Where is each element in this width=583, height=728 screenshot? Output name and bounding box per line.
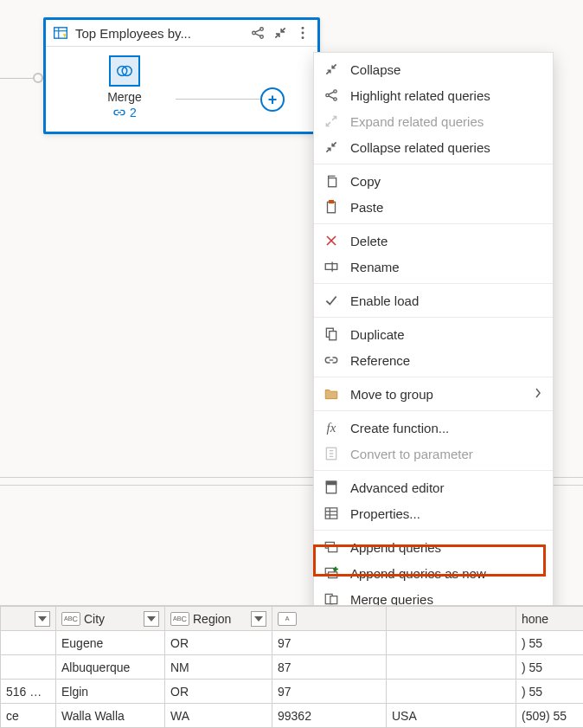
cell[interactable]: (509) 55 — [516, 704, 584, 728]
append-icon — [323, 538, 340, 556]
duplicate-icon — [323, 325, 340, 343]
merge-step[interactable]: Merge 2 — [94, 55, 155, 119]
share-icon[interactable] — [250, 25, 266, 41]
svg-rect-34 — [325, 508, 337, 519]
cell[interactable]: NM — [165, 655, 272, 680]
col-header-phone[interactable]: hone — [516, 607, 584, 631]
cell[interactable] — [387, 680, 516, 704]
filter-button[interactable] — [35, 611, 50, 627]
svg-point-10 — [302, 32, 304, 35]
append-new-icon — [323, 564, 340, 582]
svg-marker-50 — [38, 616, 47, 622]
svg-rect-33 — [326, 481, 336, 484]
menu-reference[interactable]: Reference — [314, 347, 553, 373]
table-row[interactable]: ce Walla Walla WA 99362 USA (509) 55 — [1, 704, 584, 728]
svg-rect-19 — [329, 178, 336, 187]
cell[interactable]: ) 55 — [516, 655, 584, 680]
link-icon — [323, 351, 340, 369]
svg-rect-41 — [329, 572, 337, 578]
cell[interactable] — [1, 631, 56, 655]
cell[interactable]: 99362 — [272, 704, 387, 728]
cell[interactable]: Albuquerque — [56, 655, 165, 680]
more-options-icon[interactable] — [295, 25, 311, 41]
link-count: 2 — [130, 106, 137, 119]
parameter-icon — [323, 445, 340, 462]
table-header-row: ABC City ABC Region — [1, 607, 584, 631]
menu-rename[interactable]: Rename — [314, 254, 553, 280]
editor-icon — [323, 479, 340, 496]
table-row[interactable]: Eugene OR 97 ) 55 — [1, 631, 584, 655]
svg-rect-24 — [325, 264, 337, 270]
cell[interactable]: Elgin — [56, 680, 165, 704]
check-icon — [323, 292, 340, 309]
cell[interactable]: Eugene — [56, 631, 165, 655]
collapse-arrows-icon — [323, 61, 340, 78]
cell[interactable] — [387, 655, 516, 680]
cell[interactable]: 516 M… — [1, 680, 56, 704]
cell[interactable]: Walla Walla — [56, 704, 165, 728]
menu-collapse-related[interactable]: Collapse related queries — [314, 134, 553, 160]
table-row[interactable]: Albuquerque NM 87 ) 55 — [1, 655, 584, 680]
cell[interactable]: 97 — [272, 631, 387, 655]
svg-point-16 — [334, 98, 336, 100]
filter-button[interactable] — [144, 611, 159, 627]
cell[interactable] — [387, 631, 516, 655]
copy-icon — [323, 172, 340, 190]
cell[interactable]: OR — [165, 680, 272, 704]
menu-paste[interactable]: Paste — [314, 194, 553, 220]
menu-advanced-editor[interactable]: Advanced editor — [314, 474, 553, 500]
menu-properties[interactable]: Properties... — [314, 500, 553, 526]
svg-rect-20 — [328, 202, 336, 212]
query-node-body: Merge 2 + — [46, 47, 317, 132]
cell[interactable]: WA — [165, 704, 272, 728]
col-header[interactable] — [1, 607, 56, 631]
data-preview-grid[interactable]: ABC City ABC Region — [0, 605, 583, 728]
cell[interactable] — [1, 655, 56, 680]
col-header-region[interactable]: ABC Region — [165, 607, 272, 631]
cell[interactable]: 97 — [272, 680, 387, 704]
col-header-country[interactable] — [387, 607, 516, 631]
svg-line-18 — [329, 96, 334, 99]
col-label: Region — [193, 612, 231, 626]
menu-enable-load[interactable]: Enable load — [314, 287, 553, 313]
folder-icon — [323, 385, 340, 403]
col-header-postal[interactable]: A — [272, 607, 387, 631]
merge-link-badge[interactable]: 2 — [112, 106, 137, 119]
cell[interactable]: OR — [165, 631, 272, 655]
type-badge-icon: A — [278, 612, 297, 626]
menu-duplicate[interactable]: Duplicate — [314, 321, 553, 347]
cell[interactable]: ) 55 — [516, 680, 584, 704]
cell[interactable]: ) 55 — [516, 631, 584, 655]
menu-copy[interactable]: Copy — [314, 168, 553, 194]
diagram-canvas[interactable]: Top Employees by... — [0, 0, 583, 728]
svg-line-8 — [255, 34, 260, 36]
cell[interactable]: USA — [387, 704, 516, 728]
svg-line-7 — [255, 29, 260, 32]
query-node[interactable]: Top Employees by... — [43, 17, 320, 134]
col-header-city[interactable]: ABC City — [56, 607, 165, 631]
menu-append-queries-new[interactable]: Append queries as new — [314, 560, 553, 586]
svg-point-5 — [260, 28, 264, 31]
svg-marker-51 — [147, 616, 156, 622]
cell[interactable]: ce — [1, 704, 56, 728]
menu-create-function[interactable]: fx Create function... — [314, 415, 553, 441]
cell[interactable]: 87 — [272, 655, 387, 680]
share-icon — [323, 87, 340, 104]
svg-point-15 — [334, 90, 336, 93]
menu-append-queries[interactable]: Append queries — [314, 534, 553, 560]
add-step-button[interactable]: + — [260, 87, 285, 112]
query-node-title: Top Employees by... — [75, 26, 243, 41]
menu-move-to-group[interactable]: Move to group — [314, 381, 553, 407]
col-label: hone — [522, 612, 548, 626]
svg-point-9 — [302, 27, 304, 29]
menu-convert-to-parameter: Convert to parameter — [314, 441, 553, 467]
merge-step-icon — [109, 55, 140, 87]
menu-delete[interactable]: Delete — [314, 228, 553, 254]
filter-button[interactable] — [251, 611, 266, 627]
menu-collapse[interactable]: Collapse — [314, 56, 553, 82]
paste-icon — [323, 198, 340, 216]
table-row[interactable]: 516 M… Elgin OR 97 ) 55 — [1, 680, 584, 704]
query-node-header: Top Employees by... — [46, 20, 317, 47]
menu-highlight-related[interactable]: Highlight related queries — [314, 82, 553, 108]
collapse-icon[interactable] — [272, 25, 288, 41]
